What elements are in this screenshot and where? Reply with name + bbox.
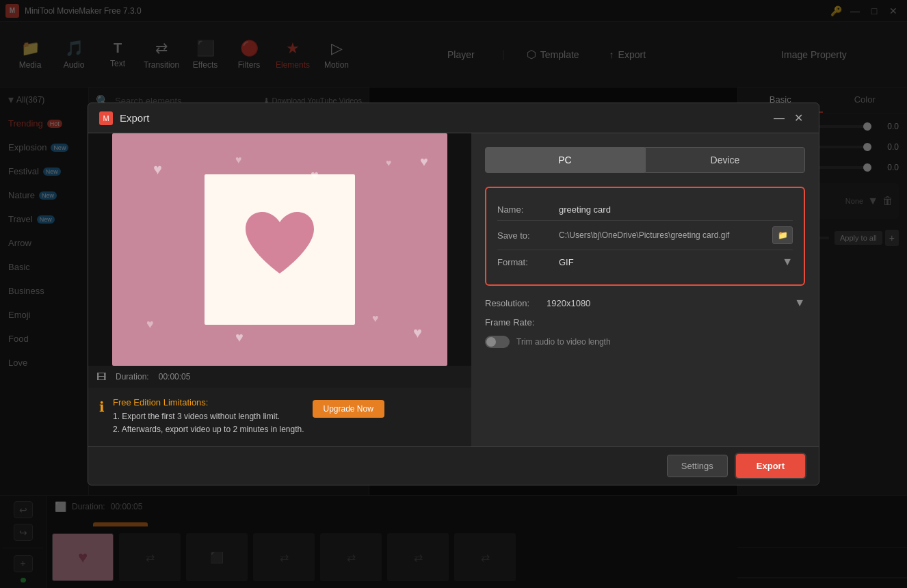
save-path: C:\Users\bj\OneDrive\Pictures\greeting c… [559,230,772,240]
dialog-header: M Export — ✕ [88,103,819,133]
format-label: Format: [497,257,559,267]
export-tabs: PC Device [485,147,805,173]
limitations-line2: 2. Afterwards, export video up to 2 minu… [113,423,304,436]
limitations-content: Free Edition Limitations: 1. Export the … [113,397,304,436]
settings-button[interactable]: Settings [667,455,728,477]
framerate-label: Frame Rate: [485,317,547,328]
dialog-form: PC Device Name: Save to: [471,133,819,446]
heart-deco-1: ♥ [153,161,162,178]
trim-label: Trim audio to video length [516,337,611,347]
format-dropdown-arrow[interactable]: ▼ [782,256,793,268]
dialog-close-button[interactable]: ✕ [789,109,808,128]
heart-deco-6: ♥ [146,317,154,332]
dialog-minimize-button[interactable]: — [770,109,789,128]
framerate-row: Frame Rate: [485,317,805,328]
toggle-thumb [486,337,496,347]
heart-svg [235,209,324,291]
heart-deco-3: ♥ [311,168,319,183]
info-icon: ℹ [99,399,105,415]
resolution-label: Resolution: [485,298,547,308]
export-button[interactable]: Export [736,454,805,478]
dialog-duration-value: 00:00:05 [159,372,191,382]
heart-deco-7: ♥ [235,330,244,345]
folder-icon: 📁 [778,230,788,240]
preview-image: ♥ ♥ ♥ ♥ ♥ ♥ ♥ ♥ ♥ [112,133,447,366]
resolution-value: 1920x1080 [547,298,794,308]
heart-deco-5: ♥ [420,154,428,170]
dialog-logo: M [99,111,113,125]
format-row: Format: GIF ▼ [497,250,793,273]
dialog-overlay: M Export — ✕ ♥ ♥ ♥ ♥ ♥ ♥ ♥ ♥ ♥ [0,0,907,588]
upgrade-now-button[interactable]: Upgrade Now [313,400,384,418]
spacer [485,348,805,433]
dialog-footer: Settings Export [88,446,819,485]
save-to-label: Save to: [497,230,559,241]
resolution-row: Resolution: 1920x1080 ▼ [485,297,805,309]
trim-row: Trim audio to video length [485,336,805,348]
dialog-duration-bar: 🎞 Duration: 00:00:05 [88,366,471,388]
heart-deco-9: ♥ [413,324,422,342]
trim-toggle[interactable] [485,336,510,348]
dialog-preview: ♥ ♥ ♥ ♥ ♥ ♥ ♥ ♥ ♥ [88,133,471,446]
limitations-box: ℹ Free Edition Limitations: 1. Export th… [88,388,471,446]
heart-deco-4: ♥ [386,157,391,168]
format-value: GIF [559,257,782,267]
export-dialog: M Export — ✕ ♥ ♥ ♥ ♥ ♥ ♥ ♥ ♥ ♥ [88,103,819,485]
browse-button[interactable]: 📁 [772,226,793,244]
dialog-body: ♥ ♥ ♥ ♥ ♥ ♥ ♥ ♥ ♥ [88,133,819,446]
name-field-label: Name: [497,204,559,215]
white-card [205,174,355,325]
save-to-row: Save to: C:\Users\bj\OneDrive\Pictures\g… [497,221,793,250]
dialog-title: Export [120,112,770,124]
heart-deco-8: ♥ [372,312,379,325]
heart-deco-2: ♥ [235,154,242,166]
export-form-group: Name: Save to: C:\Users\bj\OneDrive\Pict… [485,187,805,286]
dialog-duration-label: Duration: [116,372,149,382]
tab-device[interactable]: Device [645,147,805,173]
name-input[interactable] [559,204,793,215]
name-row: Name: [497,199,793,221]
limitations-line1: 1. Export the first 3 videos without len… [113,410,304,423]
tab-pc[interactable]: PC [485,147,645,173]
resolution-dropdown-arrow[interactable]: ▼ [794,297,805,309]
film-icon: 🎞 [96,371,106,382]
limitations-title: Free Edition Limitations: [113,397,304,407]
